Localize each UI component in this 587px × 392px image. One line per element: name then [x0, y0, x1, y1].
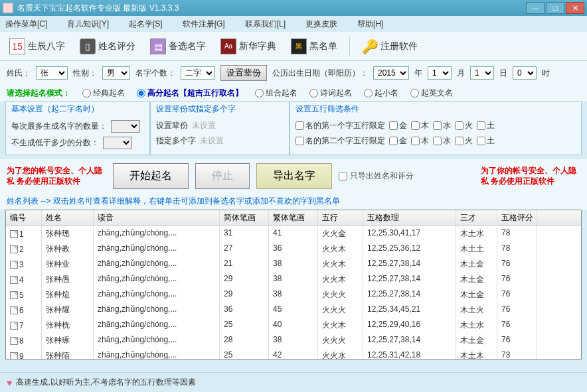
tool-score[interactable]: ▯姓名评分 — [74, 36, 141, 57]
document-icon — [10, 245, 18, 253]
menu-contact[interactable]: 联系我们[L] — [245, 19, 286, 30]
mode-poetry[interactable]: 诗词起名 — [309, 88, 352, 99]
wuxing-char1[interactable]: 名的第一个字五行限定 — [295, 120, 385, 131]
document-icon — [10, 261, 18, 269]
document-icon — [10, 322, 18, 330]
day-select[interactable]: 1 — [470, 66, 494, 80]
set-generation-button[interactable]: 设置辈份 — [220, 65, 267, 81]
close-button[interactable]: ✕ — [566, 2, 584, 14]
min-score-select[interactable] — [103, 137, 132, 149]
menubar: 操作菜单[C] 育儿知识[Y] 起名学[S] 软件注册[G] 联系我们[L] 更… — [0, 16, 587, 32]
results-table: 编号 姓名 读音 简体笔画 繁体笔画 五行 五格数理 三才 五格评分 1张种璁z… — [5, 210, 582, 359]
separator — [349, 36, 350, 56]
hour-select[interactable]: 0 — [513, 66, 537, 80]
tool-candidate[interactable]: ▤备选名字 — [145, 36, 211, 57]
list-hint: 姓名列表 --> 双击姓名可查看详细解释，右键单击可添加到备选名字或添加不喜欢的… — [0, 193, 587, 210]
export-button[interactable]: 导出名字 — [256, 163, 332, 189]
table-row[interactable]: 8张种琢zhāng,zhǔng/chóng,...2838火火火12,25,27… — [6, 333, 581, 348]
birthdate-label: 公历出生日期（即阳历）： — [272, 68, 368, 79]
statusbar: ♥ 高速生成,以好听为主,不考虑名字的五行数理等因素 — [0, 372, 587, 392]
tool-blacklist[interactable]: 黑黑名单 — [286, 36, 343, 57]
table-row[interactable]: 2张种教zhāng,zhǔng/chóng,...2736火火木12,25,25… — [6, 241, 581, 257]
dictionary-icon: Aa — [220, 38, 236, 54]
settings-row: 基本设置（起二字名时） 每次最多生成名字的数量： 不生成低于多少的分数： 设置辈… — [0, 101, 587, 159]
table-row[interactable]: 3张种业zhāng,zhǔng/chóng,...2138火火木12,25,27… — [6, 257, 581, 272]
document-icon — [10, 352, 18, 360]
gender-label: 性别： — [73, 68, 97, 79]
surname-select[interactable]: 张 — [36, 66, 68, 80]
menu-register[interactable]: 软件注册[G] — [183, 19, 225, 30]
table-row[interactable]: 7张种桄zhāng,zhǔng/chóng,...2540火火木12,25,29… — [6, 318, 581, 333]
minimize-button[interactable]: — — [526, 2, 545, 14]
blacklist-icon: 黑 — [291, 38, 307, 54]
wuxing-char2[interactable]: 名的第二个字五行限定 — [295, 135, 385, 147]
tool-register[interactable]: 🔑注册软件 — [357, 36, 423, 57]
action-bar: 为了您的帐号安全、个人隐私 务必使用正版软件 开始起名 停止 导出名字 只导出姓… — [0, 159, 587, 193]
heart-icon: ♥ — [7, 377, 12, 388]
tool-dict[interactable]: Aa新华字典 — [215, 36, 282, 57]
generation-settings: 设置辈份或指定多个字 设置辈份未设置 指定多个字未设置 — [150, 101, 290, 155]
table-row[interactable]: 4张种愚zhāng,zhǔng/chóng,...2938火火木12,25,27… — [6, 272, 581, 287]
phone-icon: ▯ — [80, 38, 96, 54]
params-bar: 姓氏： 张 性别： 男 名字个数： 二字 设置辈份 公历出生日期（即阳历）： 2… — [0, 61, 587, 85]
stop-button[interactable]: 停止 — [195, 163, 250, 189]
mode-label: 请选择起名模式： — [7, 88, 70, 99]
key-icon: 🔑 — [362, 38, 378, 54]
notebook-icon: ▤ — [150, 38, 166, 54]
menu-parenting[interactable]: 育儿知识[Y] — [67, 19, 109, 30]
table-body: 1张种璁zhāng,zhǔng/chóng,...3141火火金12,25,30… — [6, 226, 581, 359]
table-row[interactable]: 9张种陌zhāng,zhǔng/chóng,...2542火火水12,25,31… — [6, 348, 581, 359]
menu-help[interactable]: 帮助[H] — [357, 19, 383, 30]
document-icon — [10, 230, 18, 238]
wuxing-settings: 设置五行筛选条件 名的第一个字五行限定 金 木 水 火 土 名的第二个字五行限定… — [290, 101, 582, 155]
namecount-select[interactable]: 二字 — [181, 66, 215, 80]
mode-highscore[interactable]: 高分起名【超吉五行取名】 — [137, 88, 243, 99]
month-select[interactable]: 1 — [428, 66, 452, 80]
toolbar: 15生辰八字 ▯姓名评分 ▤备选名字 Aa新华字典 黑黑名单 🔑注册软件 — [0, 32, 587, 61]
document-icon — [10, 291, 18, 299]
year-select[interactable]: 2015 — [373, 66, 409, 80]
menu-skin[interactable]: 更换皮肤 — [305, 19, 337, 30]
document-icon — [10, 306, 18, 314]
warning-left: 为了您的帐号安全、个人隐私 务必使用正版软件 — [7, 166, 106, 186]
mode-classic[interactable]: 经典起名 — [82, 88, 125, 99]
window-title: 名震天下宝宝起名软件专业版 最新版 V1.3.3.3 — [17, 3, 526, 14]
basic-settings: 基本设置（起二字名时） 每次最多生成名字的数量： 不生成低于多少的分数： — [5, 101, 150, 155]
gender-select[interactable]: 男 — [102, 66, 130, 80]
titlebar: 名震天下宝宝起名软件专业版 最新版 V1.3.3.3 — □ ✕ — [0, 0, 587, 16]
status-text: 高速生成,以好听为主,不考虑名字的五行数理等因素 — [16, 377, 196, 388]
start-button[interactable]: 开始起名 — [113, 163, 189, 189]
menu-operation[interactable]: 操作菜单[C] — [5, 19, 47, 30]
calendar-icon: 15 — [9, 38, 25, 54]
mode-bar: 请选择起名模式： 经典起名 高分起名【超吉五行取名】 组合起名 诗词起名 起小名… — [0, 85, 587, 101]
document-icon — [10, 337, 18, 345]
namecount-label: 名字个数： — [135, 68, 175, 79]
table-header: 编号 姓名 读音 简体笔画 繁体笔画 五行 五格数理 三才 五格评分 — [6, 210, 581, 226]
table-row[interactable]: 5张种煊zhāng,zhǔng/chóng,...2938火火火12,25,27… — [6, 287, 581, 302]
app-icon — [3, 3, 13, 13]
export-names-only[interactable]: 只导出姓名和评分 — [339, 170, 414, 182]
menu-naming[interactable]: 起名学[S] — [129, 19, 163, 30]
warning-right: 为了你的帐号安全、个人隐私 务必使用正版软件 — [481, 166, 580, 186]
tool-birth[interactable]: 15生辰八字 — [4, 36, 70, 57]
table-row[interactable]: 1张种璁zhāng,zhǔng/chóng,...3141火火金12,25,30… — [6, 226, 581, 241]
table-row[interactable]: 6张种耀zhāng,zhǔng/chóng,...3645火火火12,25,34… — [6, 302, 581, 318]
document-icon — [10, 276, 18, 284]
surname-label: 姓氏： — [7, 68, 31, 79]
max-count-select[interactable] — [111, 120, 140, 133]
mode-combo[interactable]: 组合起名 — [255, 88, 297, 99]
mode-nickname[interactable]: 起小名 — [364, 88, 398, 99]
mode-english[interactable]: 起英文名 — [410, 88, 453, 99]
maximize-button[interactable]: □ — [546, 2, 564, 14]
